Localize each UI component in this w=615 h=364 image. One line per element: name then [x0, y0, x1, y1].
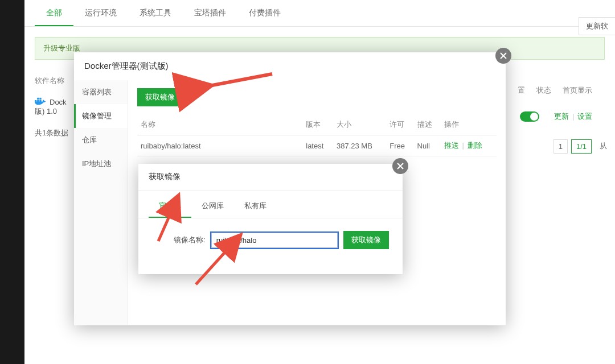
- col-zhi: 置: [518, 85, 525, 96]
- pager-page[interactable]: 1: [554, 139, 568, 154]
- inner-modal-title: 获取镜像: [138, 164, 403, 191]
- th-name: 名称: [137, 114, 302, 135]
- update-software-button[interactable]: 更新软: [579, 17, 615, 35]
- image-name-input[interactable]: [211, 233, 338, 248]
- docker-icon: [35, 97, 46, 106]
- sidebar-item-ip-pool[interactable]: IP地址池: [74, 152, 128, 176]
- repo-tabs: 官方库 公网库 私有库: [138, 191, 403, 218]
- col-home-display: 首页显示: [563, 85, 592, 96]
- th-desc: 描述: [414, 114, 441, 135]
- separator: |: [572, 112, 574, 121]
- cell-size: 387.23 MB: [333, 135, 386, 156]
- tab-official-repo[interactable]: 官方库: [149, 196, 191, 218]
- row-actions: 更新 | 设置: [554, 111, 592, 122]
- cell-ops: 推送 | 删除: [441, 135, 497, 156]
- pager-from-label: 从: [595, 139, 612, 154]
- sidebar-item-repos[interactable]: 仓库: [74, 128, 128, 152]
- tab-bt-plugins[interactable]: 宝塔插件: [183, 0, 237, 26]
- tab-systools[interactable]: 系统工具: [128, 0, 183, 26]
- table-row: ruibaby/halo:latest latest 387.23 MB Fre…: [137, 135, 497, 156]
- th-version: 版本: [302, 114, 333, 135]
- table-header-row: 名称 版本 大小 许可 描述 操作: [137, 114, 497, 135]
- modal-title: Docker管理器(测试版): [74, 52, 506, 80]
- images-table: 名称 版本 大小 许可 描述 操作 ruibaby/halo:latest la…: [137, 114, 497, 156]
- tab-all[interactable]: 全部: [35, 0, 73, 26]
- separator: |: [462, 141, 464, 150]
- svg-rect-4: [39, 98, 41, 100]
- op-push[interactable]: 推送: [444, 141, 459, 150]
- cell-license: Free: [386, 135, 413, 156]
- pager-summary: 共1条数据: [35, 128, 68, 138]
- th-size: 大小: [333, 114, 386, 135]
- top-tabs: 全部 运行环境 系统工具 宝塔插件 付费插件: [24, 0, 615, 27]
- col-status: 状态: [536, 85, 551, 96]
- get-image-modal: 获取镜像 官方库 公网库 私有库 镜像名称: 获取镜像: [138, 164, 403, 274]
- action-settings[interactable]: 设置: [577, 112, 592, 121]
- pager-total[interactable]: 1/1: [571, 139, 592, 154]
- cell-name: ruibaby/halo:latest: [137, 135, 302, 156]
- th-license: 许可: [386, 114, 413, 135]
- close-icon[interactable]: [495, 48, 511, 64]
- home-display-toggle[interactable]: [520, 111, 539, 122]
- get-image-submit-button[interactable]: 获取镜像: [343, 231, 389, 249]
- th-ops: 操作: [441, 114, 497, 135]
- tab-public-repo[interactable]: 公网库: [191, 196, 234, 218]
- sidebar-item-images[interactable]: 镜像管理: [74, 104, 128, 128]
- software-row-right-columns: 置 状态 首页显示: [518, 85, 592, 96]
- svg-rect-3: [37, 98, 39, 100]
- tab-private-repo[interactable]: 私有库: [234, 196, 277, 218]
- cell-version: latest: [302, 135, 333, 156]
- pager-controls: 1 1/1 从: [554, 139, 612, 154]
- close-icon[interactable]: [392, 158, 408, 174]
- op-delete[interactable]: 删除: [468, 141, 482, 150]
- sidebar-item-containers[interactable]: 容器列表: [74, 80, 128, 104]
- image-name-label: 镜像名称:: [174, 235, 206, 245]
- header-name-label: 软件名称: [35, 76, 64, 86]
- get-image-form: 镜像名称: 获取镜像: [138, 218, 403, 262]
- software-row-name-prefix: Dock: [50, 98, 67, 106]
- tab-runtime[interactable]: 运行环境: [73, 0, 128, 26]
- action-update[interactable]: 更新: [554, 112, 569, 121]
- modal-sidebar: 容器列表 镜像管理 仓库 IP地址池: [74, 80, 128, 325]
- cell-desc: Null: [414, 135, 441, 156]
- get-image-button[interactable]: 获取镜像: [137, 88, 183, 106]
- software-row-version-text: 版) 1.0: [35, 106, 57, 117]
- tab-paid-plugins[interactable]: 付费插件: [237, 0, 292, 26]
